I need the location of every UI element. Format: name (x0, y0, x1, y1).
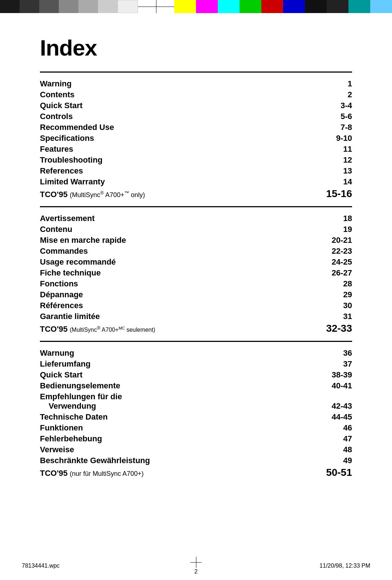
entry-page-warnung: 36 (323, 348, 352, 358)
entry-page-quickstart: 3-4 (323, 101, 352, 110)
list-item: Dépannage 29 (40, 290, 352, 299)
entry-page-recommended-use: 7-8 (323, 123, 352, 132)
list-item: Références 30 (40, 301, 352, 310)
entry-label-tco95-fr: TCO'95 (MultiSync® A700+MC seulement) (40, 324, 155, 334)
entry-page-features: 11 (323, 144, 352, 154)
entry-label-bedienungselemente: Bedienungselemente (40, 381, 120, 391)
color-swatch-teal (348, 0, 370, 13)
list-item: Verweise 48 (40, 445, 352, 454)
list-item: Recommended Use 7-8 (40, 123, 352, 132)
entry-page-verweise: 48 (323, 445, 352, 454)
entry-page-fonctions: 28 (323, 279, 352, 289)
list-item: Usage recommandé 24-25 (40, 257, 352, 267)
color-swatch-gray4 (98, 0, 118, 13)
footer-filename: 78134441.wpc (22, 563, 60, 569)
color-swatch-gray1 (39, 0, 59, 13)
entry-label-usage-recommande: Usage recommandé (40, 257, 116, 267)
entry-label-recommended-use: Recommended Use (40, 123, 114, 132)
entry-page-fehlerbehebung: 47 (323, 434, 352, 444)
entry-page-warning: 1 (323, 79, 352, 89)
list-item: TCO'95 (nur für MultiSync A700+) 50-51 (40, 467, 352, 478)
color-bar (0, 0, 392, 13)
entry-label-quickstart: Quick Start (40, 101, 82, 110)
crosshair-top (138, 0, 174, 13)
entry-page-specifications: 9-10 (323, 134, 352, 143)
entry-page-mise-en-marche: 20-21 (323, 236, 352, 245)
entry-label-verweise: Verweise (40, 445, 74, 454)
entry-label-specifications: Specifications (40, 134, 94, 143)
list-item: Fiche technique 26-27 (40, 268, 352, 278)
color-swatch-blue (283, 0, 305, 13)
footer-center: 2 (191, 557, 201, 575)
german-section: Warnung 36 Lieferumfang 37 Quick Start 3… (40, 342, 352, 485)
list-item: Garantie limitée 31 (40, 312, 352, 321)
list-item: Specifications 9-10 (40, 134, 352, 143)
entry-label-beschraenkte: Beschränkte Gewährleistung (40, 456, 150, 465)
color-swatch-red (261, 0, 283, 13)
entry-label-lieferumfang: Lieferumfang (40, 359, 90, 369)
color-swatch-cyan (218, 0, 240, 13)
entry-page-garantie-limitee: 31 (323, 312, 352, 321)
list-item: Troubleshooting 12 (40, 155, 352, 165)
footer-page-number: 2 (195, 568, 198, 575)
entry-label-depannage: Dépannage (40, 290, 83, 299)
entry-label-warnung: Warnung (40, 348, 74, 358)
entry-label-warning: Warning (40, 79, 72, 89)
entry-label-quickstart-de: Quick Start (40, 370, 82, 380)
entry-label-contenu: Contenu (40, 225, 72, 234)
color-swatch-black2 (20, 0, 39, 13)
entry-page-usage-recommande: 24-25 (323, 257, 352, 267)
entry-label-limited-warranty: Limited Warranty (40, 177, 105, 187)
list-item: Contents 2 (40, 90, 352, 99)
entry-page-bedienungselemente: 40-41 (323, 381, 352, 391)
entry-label-commandes: Commandes (40, 246, 88, 256)
crosshair-bottom (191, 557, 201, 568)
list-item: Fehlerbehebung 47 (40, 434, 352, 444)
list-item: Quick Start 3-4 (40, 101, 352, 110)
color-swatch-gray3 (78, 0, 98, 13)
list-item: Mise en marche rapide 20-21 (40, 236, 352, 245)
list-item: Features 11 (40, 144, 352, 154)
page-footer: 78134441.wpc 2 11/20/98, 12:33 PM (0, 563, 392, 569)
list-item: Contenu 19 (40, 225, 352, 234)
entry-page-contents: 2 (323, 90, 352, 99)
entry-page-troubleshooting: 12 (323, 155, 352, 165)
entry-label-troubleshooting: Troubleshooting (40, 155, 102, 165)
entry-label-contents: Contents (40, 90, 74, 99)
list-item: Commandes 22-23 (40, 246, 352, 256)
list-item: Controls 5-6 (40, 112, 352, 121)
list-item: Technische Daten 44-45 (40, 412, 352, 422)
entry-label-fiche-technique: Fiche technique (40, 268, 101, 278)
entry-label-tco95-en: TCO'95 (MultiSync® A700+™ only) (40, 190, 145, 199)
entry-label-technische-daten: Technische Daten (40, 412, 108, 422)
entry-page-controls: 5-6 (323, 112, 352, 121)
entry-page-fiche-technique: 26-27 (323, 268, 352, 278)
list-item: Lieferumfang 37 (40, 359, 352, 369)
entry-page-technische-daten: 44-45 (323, 412, 352, 422)
color-swatch-green (240, 0, 261, 13)
entry-label-empfehlungen: Empfehlungen für die Verwendung (40, 392, 122, 411)
footer-timestamp: 11/20/98, 12:33 PM (319, 563, 370, 569)
entry-label-funktionen: Funktionen (40, 423, 83, 433)
entry-page-empfehlungen: 42-43 (323, 401, 352, 411)
english-section: Warning 1 Contents 2 Quick Start 3-4 Con… (40, 73, 352, 206)
entry-label-mise-en-marche: Mise en marche rapide (40, 236, 126, 245)
entry-page-lieferumfang: 37 (323, 359, 352, 369)
list-item: Limited Warranty 14 (40, 177, 352, 187)
color-swatch-gray2 (59, 0, 78, 13)
entry-label-references: References (40, 166, 83, 176)
list-item: Empfehlungen für die Verwendung 42-43 (40, 392, 352, 411)
entry-page-contenu: 19 (323, 225, 352, 234)
entry-label-garantie-limitee: Garantie limitée (40, 312, 100, 321)
entry-page-tco95-en: 15-16 (323, 188, 352, 200)
entry-label-references-fr: Références (40, 301, 83, 310)
entry-page-limited-warranty: 14 (323, 177, 352, 187)
color-swatch-lightblue (370, 0, 392, 13)
entry-page-depannage: 29 (323, 290, 352, 299)
entry-page-references: 13 (323, 166, 352, 176)
list-item: Beschränkte Gewährleistung 49 (40, 456, 352, 465)
list-item: Funktionen 46 (40, 423, 352, 433)
color-swatch-yellow (174, 0, 196, 13)
entry-label-features: Features (40, 144, 73, 154)
list-item: TCO'95 (MultiSync® A700+™ only) 15-16 (40, 188, 352, 200)
